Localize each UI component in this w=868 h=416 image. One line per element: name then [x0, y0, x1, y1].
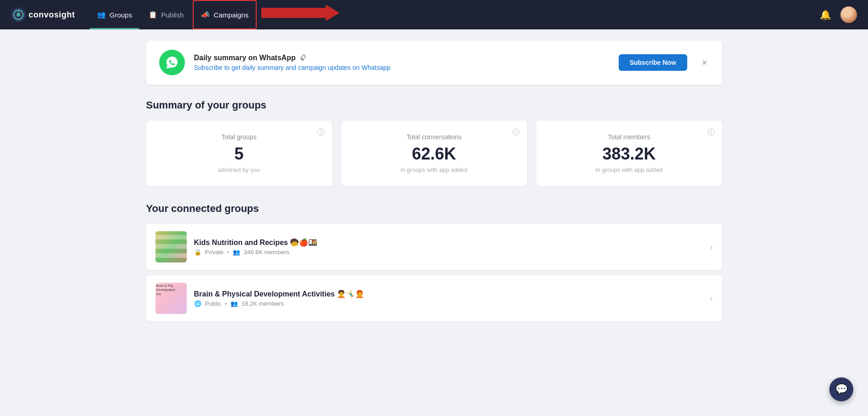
svg-point-2 — [17, 13, 20, 17]
connected-groups-title: Your connected groups — [146, 203, 722, 215]
info-icon-conversations[interactable]: ⓘ — [512, 128, 520, 137]
chevron-right-icon: › — [710, 242, 713, 252]
privacy-icon-kids: 🔒 — [194, 249, 201, 256]
nav-item-publish[interactable]: 📋 Publish — [141, 0, 191, 29]
info-icon-members[interactable]: ⓘ — [707, 128, 715, 137]
group-info-brain: Brain & Physical Development Activities … — [194, 290, 703, 307]
group-name-kids: Kids Nutrition and Recipes 🧒🍎🍱 — [194, 238, 703, 247]
stat-card-groups: ⓘ Total groups 5 admined by you — [146, 120, 332, 186]
highlight-arrow — [262, 5, 339, 21]
nav-right: 🔔 — [820, 6, 857, 23]
group-name-brain: Brain & Physical Development Activities … — [194, 290, 703, 298]
stat-value-groups: 5 — [157, 144, 321, 164]
group-item-kids-nutrition[interactable]: Kids Nutrition and Recipes 🧒🍎🍱 🔒 Private… — [146, 224, 722, 270]
main-content: Daily summary on WhatsApp 🏷 Subscribe to… — [135, 29, 733, 343]
logo-text: convosight — [29, 10, 75, 20]
stat-sub-conversations: in groups with app added — [352, 166, 516, 173]
publish-icon: 📋 — [149, 11, 157, 19]
stat-value-members: 383.2K — [547, 144, 711, 164]
members-icon-kids: 👥 — [233, 249, 240, 256]
group-thumb-kids — [155, 231, 187, 262]
nav-items: 👥 Groups 📋 Publish 📣 Campaigns — [90, 0, 820, 29]
avatar[interactable] — [840, 6, 857, 23]
stat-label-groups: Total groups — [157, 133, 321, 141]
stat-card-conversations: ⓘ Total conversations 62.6K in groups wi… — [341, 120, 527, 186]
stat-card-members: ⓘ Total members 383.2K in groups with ap… — [536, 120, 722, 186]
group-thumb-brain — [155, 283, 187, 314]
avatar-image — [840, 6, 857, 23]
tag-icon: 🏷 — [298, 53, 307, 63]
meta-dot — [227, 251, 229, 253]
logo[interactable]: convosight — [11, 7, 75, 22]
group-meta-brain: 🌐 Public 👥 18.2K members — [194, 300, 703, 307]
whatsapp-icon — [159, 50, 185, 75]
navbar: convosight 👥 Groups 📋 Publish 📣 Campaign… — [0, 0, 868, 29]
banner-title: Daily summary on WhatsApp 🏷 — [194, 54, 609, 62]
privacy-icon-brain: 🌐 — [194, 300, 201, 307]
close-banner-button[interactable]: × — [700, 56, 709, 70]
chat-fab-icon: 💬 — [835, 383, 848, 395]
subscribe-now-button[interactable]: Subscribe Now — [619, 54, 687, 71]
members-count-kids: 346.6K members — [244, 249, 289, 256]
connected-groups-section: Your connected groups Kids Nutrition and… — [146, 203, 722, 321]
members-count-brain: 18.2K members — [241, 300, 284, 307]
group-info-kids: Kids Nutrition and Recipes 🧒🍎🍱 🔒 Private… — [194, 238, 703, 256]
privacy-label-kids: Private — [205, 249, 224, 256]
group-meta-kids: 🔒 Private 👥 346.6K members — [194, 249, 703, 256]
stat-label-members: Total members — [547, 133, 711, 141]
chat-fab-button[interactable]: 💬 — [829, 377, 853, 401]
chevron-right-icon-2: › — [710, 294, 713, 303]
stat-value-conversations: 62.6K — [352, 144, 516, 164]
stats-grid: ⓘ Total groups 5 admined by you ⓘ Total … — [146, 120, 722, 186]
notification-bell-icon[interactable]: 🔔 — [820, 9, 831, 20]
stat-label-conversations: Total conversations — [352, 133, 516, 141]
whatsapp-banner: Daily summary on WhatsApp 🏷 Subscribe to… — [146, 40, 722, 85]
whatsapp-svg — [165, 55, 179, 70]
banner-text: Daily summary on WhatsApp 🏷 Subscribe to… — [194, 54, 609, 71]
meta-dot-2 — [225, 303, 227, 305]
groups-icon: 👥 — [97, 11, 106, 19]
stat-sub-groups: admined by you — [157, 166, 321, 173]
nav-item-groups[interactable]: 👥 Groups — [90, 0, 139, 29]
banner-subtitle: Subscribe to get daily summary and campa… — [194, 64, 609, 71]
logo-icon — [11, 7, 26, 22]
stat-sub-members: in groups with app added — [547, 166, 711, 173]
campaigns-icon: 📣 — [201, 11, 210, 19]
nav-item-campaigns[interactable]: 📣 Campaigns — [193, 0, 257, 29]
summary-section-title: Summary of your groups — [146, 99, 722, 111]
privacy-label-brain: Public — [205, 300, 221, 307]
members-icon-brain: 👥 — [230, 300, 238, 307]
info-icon-groups[interactable]: ⓘ — [317, 128, 325, 137]
group-item-brain-physical[interactable]: Brain & Physical Development Activities … — [146, 275, 722, 321]
